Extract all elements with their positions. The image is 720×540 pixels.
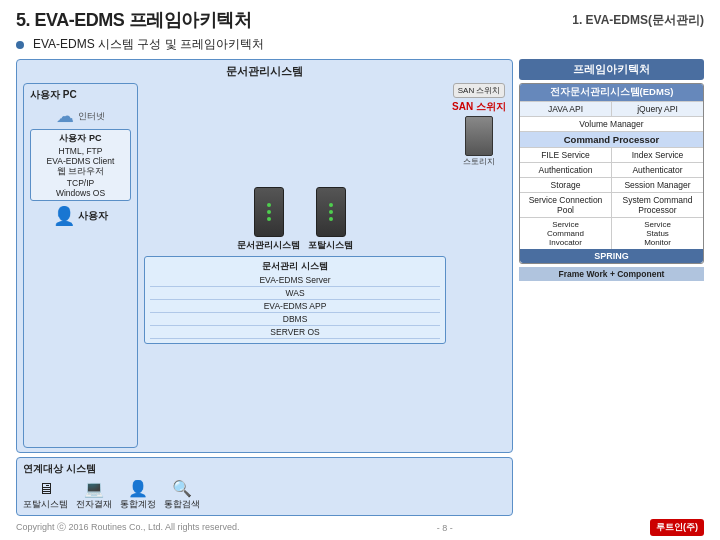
fw-file-index-row: FILE Service Index Service (520, 147, 703, 162)
diagram-area: 문서관리시스템 사용자 PC ☁ 인터넷 사용자 PC HTML, FTP EV… (16, 59, 513, 516)
linked-icons-row: 🖥 포탈시스템 💻 전자결재 👤 통합계정 🔍 통합검색 (23, 479, 200, 511)
portal-server-box (316, 187, 346, 237)
header: 5. EVA-EDMS 프레임아키텍처 1. EVA-EDMS(문서관리) (16, 8, 704, 32)
san-label: SAN 스위지 (452, 100, 506, 114)
fw-service-command-invocator: ServiceCommandInvocator (520, 218, 612, 249)
internet-row: ☁ 인터넷 (56, 105, 105, 127)
servers-row: 문서관리시스템 (237, 187, 353, 252)
search-item-icon: 🔍 (172, 479, 192, 498)
fw-volume-manager: Volume Manager (520, 116, 703, 131)
fw-file-service: FILE Service (520, 148, 612, 162)
fw-java-api: JAVA API (520, 102, 612, 116)
page-number: - 8 - (437, 523, 453, 533)
doc-system-title: 문서관리시스템 (23, 64, 506, 79)
search-item-label: 통합검색 (164, 499, 200, 511)
doc-system-inner: 사용자 PC ☁ 인터넷 사용자 PC HTML, FTP EVA-EDMS C… (23, 83, 506, 448)
page-title: 5. EVA-EDMS 프레임아키텍처 (16, 8, 251, 32)
linked-title: 연계대상 시스템 (23, 462, 96, 476)
linked-item-ecabinet: 💻 전자결재 (76, 479, 112, 511)
inner-system-title: 문서관리 시스템 (150, 260, 440, 273)
server-dot-1 (267, 203, 271, 207)
fw-service-connection-pool: Service Connection Pool (520, 193, 612, 217)
portal-server-dots (329, 203, 333, 221)
header-sub: 1. EVA-EDMS(문서관리) (572, 12, 704, 29)
fw-spring: SPRING (520, 249, 703, 263)
portal-server-tower: 포탈시스템 (308, 187, 353, 252)
user-sub-box: 사용자 PC HTML, FTP EVA-EDMS Client 웹 브라우저 … (30, 129, 131, 201)
storage-box (465, 116, 493, 156)
fw-system-cmd-processor: System Command Processor (612, 193, 703, 217)
fw-auth-row: Authentication Authenticator (520, 162, 703, 177)
center-area: 문서관리시스템 (144, 83, 446, 448)
linked-item-account: 👤 통합계정 (120, 479, 156, 511)
fw-index-service: Index Service (612, 148, 703, 162)
server-dot-2 (267, 210, 271, 214)
storage-tower: 스토리지 (463, 116, 495, 167)
fw-authenticator: Authenticator (612, 163, 703, 177)
fw-session-manager: Session Manager (612, 178, 703, 192)
fw-api-row: JAVA API jQuery API (520, 101, 703, 116)
tcp-ip: TCP/IP (35, 178, 126, 188)
footer: Copyright ⓒ 2016 Routines Co., Ltd. All … (16, 519, 704, 536)
cloud-icon: ☁ (56, 105, 74, 127)
framework-box: 프레임아키텍처 전자문서관리시스템(EDMS) JAVA API jQuery … (519, 59, 704, 516)
server-os-row: SERVER OS (150, 327, 440, 339)
linked-systems-box: 연계대상 시스템 🖥 포탈시스템 💻 전자결재 👤 통합계정 (16, 457, 513, 516)
user-label: 사용자 (78, 209, 108, 223)
was-row: WAS (150, 288, 440, 300)
fw-edms-section: 전자문서관리시스템(EDMS) JAVA API jQuery API Volu… (519, 83, 704, 264)
main-content: 문서관리시스템 사용자 PC ☁ 인터넷 사용자 PC HTML, FTP EV… (16, 59, 704, 516)
fw-service-status-monitor: ServiceStatusMonitor (612, 218, 703, 249)
user-sub-title: 사용자 PC (35, 132, 126, 145)
san-area: SAN 스위치 SAN 스위지 스토리지 (452, 83, 506, 448)
eva-edms-app-row: EVA-EDMS APP (150, 301, 440, 313)
fw-storage-session-row: Storage Session Manager (520, 177, 703, 192)
web-browser: 웹 브라우저 (35, 166, 126, 178)
fw-storage: Storage (520, 178, 612, 192)
portal-label: 포탈시스템 (308, 239, 353, 252)
windows-os: Windows OS (35, 188, 126, 198)
subtitle: EVA-EDMS 시스템 구성 및 프레임아키텍처 (16, 36, 704, 53)
subtitle-text: EVA-EDMS 시스템 구성 및 프레임아키텍처 (33, 36, 264, 53)
portal-dot-2 (329, 210, 333, 214)
eva-edms-server-row: EVA-EDMS Server (150, 275, 440, 287)
user-icon: 👤 (53, 205, 75, 227)
server-dot-3 (267, 217, 271, 221)
bullet-icon (16, 41, 24, 49)
linked-item-search: 🔍 통합검색 (164, 479, 200, 511)
logo: 루트인(주) (650, 519, 704, 536)
server-dots (267, 203, 271, 221)
portal-item-label: 포탈시스템 (23, 499, 68, 511)
san-switch-box: SAN 스위치 (453, 83, 506, 98)
portal-dot-3 (329, 217, 333, 221)
html-ftp: HTML, FTP (35, 146, 126, 156)
account-icon: 👤 (128, 479, 148, 498)
dbms-row: DBMS (150, 314, 440, 326)
doc-server-box (254, 187, 284, 237)
san-switch-label: SAN 스위치 (458, 86, 501, 95)
fw-cmd-processor: Command Processor (520, 131, 703, 147)
doc-server-tower: 문서관리시스템 (237, 187, 300, 252)
portal-icon: 🖥 (38, 480, 54, 498)
doc-manage-label: 문서관리시스템 (237, 239, 300, 252)
portal-dot-1 (329, 203, 333, 207)
user-pc-box: 사용자 PC ☁ 인터넷 사용자 PC HTML, FTP EVA-EDMS C… (23, 83, 138, 448)
fw-edms-title: 전자문서관리시스템(EDMS) (520, 84, 703, 101)
fw-pool-syscmd-row: Service Connection Pool System Command P… (520, 192, 703, 217)
ecabinet-item-label: 전자결재 (76, 499, 112, 511)
user-icon-row: 👤 사용자 (53, 205, 108, 227)
account-item-label: 통합계정 (120, 499, 156, 511)
linked-item-portal: 🖥 포탈시스템 (23, 480, 68, 511)
fw-framework-component: Frame Work + Component (519, 267, 704, 281)
inner-system-box: 문서관리 시스템 EVA-EDMS Server WAS EVA-EDMS AP… (144, 256, 446, 344)
fw-authentication: Authentication (520, 163, 612, 177)
fw-title: 프레임아키텍처 (519, 59, 704, 80)
copyright-text: Copyright ⓒ 2016 Routines Co., Ltd. All … (16, 521, 240, 534)
fw-invocator-monitor-row: ServiceCommandInvocator ServiceStatusMon… (520, 217, 703, 249)
user-pc-label: 사용자 PC (30, 88, 77, 102)
eva-edms-client: EVA-EDMS Client (35, 156, 126, 166)
fw-jquery-api: jQuery API (612, 102, 703, 116)
ecabinet-icon: 💻 (84, 479, 104, 498)
internet-label: 인터넷 (78, 110, 105, 123)
storage-label: 스토리지 (463, 156, 495, 167)
